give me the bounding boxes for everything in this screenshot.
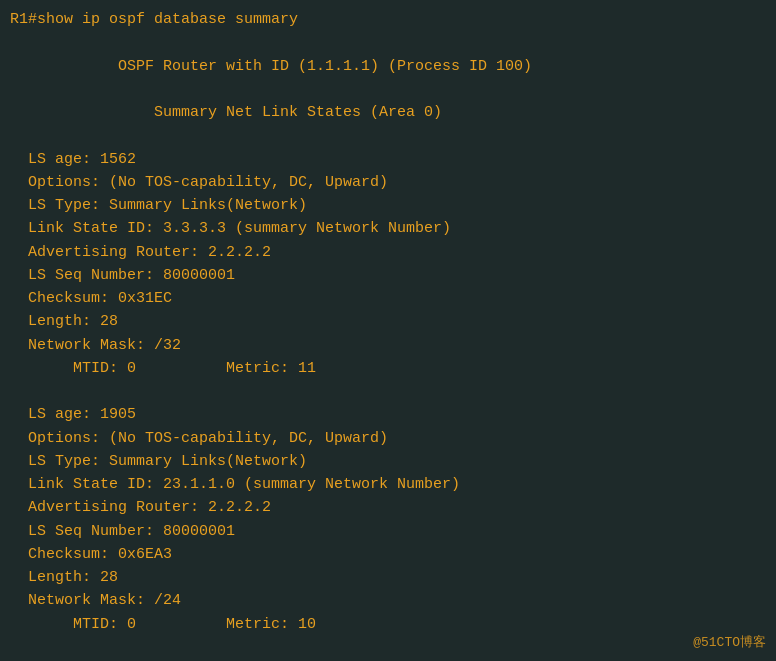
terminal-line: LS Type: Summary Links(Network) [10,450,766,473]
terminal-line [10,31,766,54]
terminal-line: Options: (No TOS-capability, DC, Upward) [10,427,766,450]
terminal-line: Advertising Router: 2.2.2.2 [10,496,766,519]
terminal-line: Checksum: 0x6EA3 [10,543,766,566]
terminal-line: Link State ID: 3.3.3.3 (summary Network … [10,217,766,240]
terminal-line: Length: 28 [10,310,766,333]
terminal-line: LS age: 1562 [10,148,766,171]
terminal-line [10,380,766,403]
terminal-line: Checksum: 0x31EC [10,287,766,310]
terminal-line: Options: (No TOS-capability, DC, Upward) [10,171,766,194]
terminal-line: LS Seq Number: 80000001 [10,264,766,287]
terminal-line: MTID: 0 Metric: 11 [10,357,766,380]
terminal-line [10,124,766,147]
terminal-line [10,78,766,101]
terminal-line: LS Type: Summary Links(Network) [10,194,766,217]
terminal-window: R1#show ip ospf database summary OSPF Ro… [0,0,776,661]
terminal-line: Network Mask: /24 [10,589,766,612]
terminal-line: LS age: 1905 [10,403,766,426]
terminal-output: R1#show ip ospf database summary OSPF Ro… [10,8,766,636]
terminal-line: Advertising Router: 2.2.2.2 [10,241,766,264]
terminal-line: OSPF Router with ID (1.1.1.1) (Process I… [10,55,766,78]
watermark: @51CTO博客 [693,633,766,651]
terminal-line: Link State ID: 23.1.1.0 (summary Network… [10,473,766,496]
terminal-line: R1#show ip ospf database summary [10,8,766,31]
terminal-line: Summary Net Link States (Area 0) [10,101,766,124]
terminal-line: Network Mask: /32 [10,334,766,357]
terminal-line: MTID: 0 Metric: 10 [10,613,766,636]
terminal-line: Length: 28 [10,566,766,589]
terminal-line: LS Seq Number: 80000001 [10,520,766,543]
